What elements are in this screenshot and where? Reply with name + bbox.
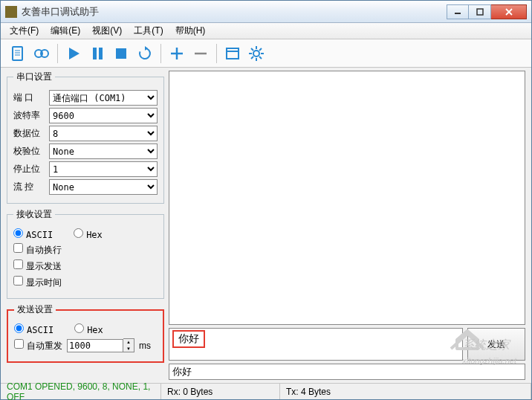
svg-point-18	[253, 51, 259, 57]
menubar: 文件(F) 编辑(E) 视图(V) 工具(T) 帮助(H)	[1, 23, 531, 39]
svg-rect-11	[116, 48, 126, 59]
statusbar: COM1 OPENED, 9600, 8, NONE, 1, OFF Rx: 0…	[1, 383, 531, 399]
recv-settings-legend: 接收设置	[13, 208, 55, 221]
status-connection: COM1 OPENED, 9600, 8, NONE, 1, OFF	[1, 384, 161, 399]
port-label: 端 口	[13, 91, 45, 104]
receive-textarea[interactable]	[169, 71, 525, 325]
maximize-button[interactable]	[469, 4, 491, 19]
status-tx: Tx: 4 Bytes	[280, 384, 531, 399]
close-button[interactable]	[491, 4, 527, 19]
toolbar	[1, 39, 531, 68]
recv-settings-group: 接收设置 ASCII Hex 自动换行 显示发送 显示时间	[7, 208, 164, 299]
refresh-icon[interactable]	[134, 42, 156, 65]
window-icon[interactable]	[221, 42, 244, 65]
left-panel: 串口设置 端 口通信端口 (COM1) 波特率9600 数据位8 校验位None…	[7, 71, 164, 380]
svg-line-23	[251, 48, 253, 51]
svg-line-24	[259, 57, 262, 59]
menu-edit[interactable]: 编辑(E)	[45, 23, 86, 39]
titlebar: 友善串口调试助手	[1, 1, 531, 23]
svg-rect-10	[99, 48, 103, 59]
menu-tools[interactable]: 工具(T)	[128, 23, 169, 39]
new-file-icon[interactable]	[7, 42, 29, 65]
window-title: 友善串口调试助手	[22, 5, 447, 19]
svg-rect-1	[477, 9, 483, 15]
show-time-checkbox[interactable]: 显示时间	[13, 276, 62, 289]
serial-settings-legend: 串口设置	[13, 71, 55, 83]
main-window: 友善串口调试助手 文件(F) 编辑(E) 视图(V) 工具(T) 帮助(H) 串…	[0, 0, 532, 400]
svg-line-25	[259, 48, 262, 51]
flow-select[interactable]: None	[49, 179, 158, 195]
baud-label: 波特率	[13, 109, 45, 122]
baud-select[interactable]: 9600	[49, 108, 158, 123]
svg-rect-2	[13, 47, 22, 60]
recv-ascii-radio[interactable]: ASCII	[13, 228, 53, 240]
status-rx: Rx: 0 Bytes	[161, 384, 280, 399]
minimize-button[interactable]	[447, 4, 469, 19]
app-icon	[5, 6, 17, 18]
record-icon[interactable]	[30, 42, 53, 65]
send-button[interactable]: 发送	[467, 328, 525, 361]
toolbar-separator	[57, 44, 58, 63]
interval-spinner[interactable]: ▲▼	[67, 338, 134, 352]
svg-line-26	[251, 57, 253, 59]
menu-file[interactable]: 文件(F)	[4, 23, 45, 39]
svg-rect-9	[93, 48, 97, 59]
interval-unit: ms	[139, 341, 151, 351]
spin-down-icon[interactable]: ▼	[123, 346, 134, 352]
databits-select[interactable]: 8	[49, 126, 158, 141]
gear-icon[interactable]	[245, 42, 267, 65]
send-textarea[interactable]: 你好	[169, 328, 463, 361]
right-panel: 你好 发送 你好 系统之家 xitongzhijia.net	[169, 71, 525, 380]
auto-wrap-checkbox[interactable]: 自动换行	[13, 243, 62, 257]
recv-hex-radio[interactable]: Hex	[74, 228, 103, 240]
pause-icon[interactable]	[86, 42, 108, 65]
content-area: 串口设置 端 口通信端口 (COM1) 波特率9600 数据位8 校验位None…	[1, 68, 531, 383]
toolbar-separator	[160, 44, 161, 63]
port-select[interactable]: 通信端口 (COM1)	[49, 90, 158, 106]
stop-icon[interactable]	[110, 42, 132, 65]
svg-marker-12	[145, 46, 148, 51]
menu-help[interactable]: 帮助(H)	[169, 23, 212, 39]
plus-icon[interactable]	[166, 42, 188, 65]
svg-marker-8	[69, 48, 80, 59]
menu-view[interactable]: 视图(V)	[86, 23, 128, 39]
play-icon[interactable]	[62, 42, 85, 65]
spin-up-icon[interactable]: ▲	[123, 339, 134, 346]
send-ascii-radio[interactable]: ASCII	[14, 323, 53, 335]
parity-label: 校验位	[13, 145, 45, 158]
window-buttons	[447, 4, 527, 19]
svg-rect-16	[227, 48, 239, 59]
parity-select[interactable]: None	[49, 143, 158, 159]
serial-settings-group: 串口设置 端 口通信端口 (COM1) 波特率9600 数据位8 校验位None…	[7, 71, 164, 204]
show-send-checkbox[interactable]: 显示发送	[13, 259, 62, 273]
toolbar-separator	[216, 44, 217, 63]
flow-label: 流 控	[13, 181, 45, 193]
send-hex-radio[interactable]: Hex	[74, 323, 103, 335]
databits-label: 数据位	[13, 127, 45, 140]
stopbits-label: 停止位	[13, 163, 45, 175]
send-history-input[interactable]: 你好	[169, 364, 525, 380]
interval-input[interactable]	[67, 339, 123, 352]
auto-resend-checkbox[interactable]: 自动重发	[14, 339, 62, 352]
stopbits-select[interactable]: 1	[49, 161, 158, 177]
send-settings-group: 发送设置 ASCII Hex 自动重发 ▲▼ ms	[7, 303, 164, 363]
send-settings-legend: 发送设置	[14, 303, 56, 316]
minus-icon[interactable]	[189, 42, 212, 65]
